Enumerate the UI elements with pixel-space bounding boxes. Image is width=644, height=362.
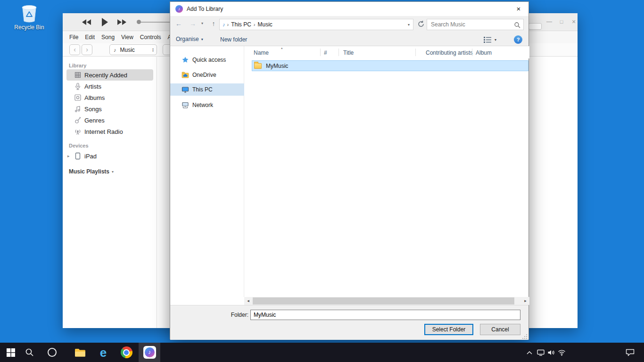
menu-item-song[interactable]: Song [101,34,115,41]
scroll-left-button[interactable]: ◂ [244,297,252,305]
menu-item-view[interactable]: View [121,34,133,41]
expand-arrow-icon[interactable]: ▸ [67,154,70,158]
star-icon [182,56,189,64]
address-dropdown-icon[interactable]: ▾ [408,23,410,27]
scroll-right-button[interactable]: ▸ [521,297,529,305]
sidebar-item-label: Recently Added [84,72,127,79]
place-this-pc[interactable]: This PC [170,83,244,96]
address-bar[interactable]: ♪ › This PC › Music ▾ [219,19,413,30]
view-dropdown-icon[interactable]: ▾ [495,38,496,42]
sidebar-item-recently-added[interactable]: Recently Added [66,69,153,81]
column-header-contributing-artists[interactable]: Contributing artists [426,49,473,56]
dialog-close-button[interactable]: × [509,2,528,16]
sidebar-item-label: Genres [84,117,105,124]
file-explorer-button[interactable] [69,343,91,362]
sidebar-item-songs[interactable]: Songs [66,103,153,115]
menu-item-file[interactable]: File [69,34,78,41]
search-box[interactable] [427,19,524,30]
itunes-taskbar-button[interactable]: ♪ [139,343,160,362]
new-folder-button[interactable]: New folder [220,36,247,43]
sidebar-item-label: Artists [84,83,101,90]
show-hidden-icons-button[interactable] [523,343,536,362]
place-quick-access[interactable]: Quick access [170,54,244,66]
chevron-up-icon [527,351,532,354]
play-button[interactable] [101,17,108,27]
menu-item-edit[interactable]: Edit [85,34,95,41]
breadcrumb-music[interactable]: Music [256,21,275,28]
music-note-icon: ♪ [114,47,116,53]
sidebar-item-label: Albums [84,94,105,101]
search-icon[interactable] [514,22,520,28]
taskbar-search-button[interactable] [18,343,40,362]
menu-item-controls[interactable]: Controls [140,34,161,41]
forward-button[interactable]: → [188,20,198,27]
grid-icon [74,71,82,79]
column-header-name[interactable]: Name [254,49,269,56]
itunes-search-field-fragment[interactable] [528,23,542,30]
volume-slider-knob[interactable] [137,20,141,24]
tray-network-button[interactable] [556,343,567,362]
scrollbar-thumb[interactable] [253,297,514,304]
column-divider[interactable] [472,49,472,56]
column-header-number[interactable]: # [324,49,327,56]
itunes-back-button[interactable]: ‹ [69,44,80,55]
column-divider[interactable] [415,49,416,56]
itunes-maximize-button[interactable]: □ [556,13,567,31]
itunes-minimize-button[interactable]: — [544,13,554,31]
cancel-button[interactable]: Cancel [480,324,520,335]
sort-ascending-icon: ▴ [281,46,283,50]
chrome-icon [121,346,132,358]
column-header-title[interactable]: Title [343,49,354,56]
sidebar-item-internet-radio[interactable]: Internet Radio [66,126,153,137]
itunes-forward-button[interactable]: › [82,44,92,55]
cortana-button[interactable] [41,343,63,362]
wifi-icon [558,349,566,356]
internet-explorer-button[interactable]: e [92,343,114,362]
refresh-button[interactable] [417,20,425,28]
resize-grip[interactable] [522,334,528,339]
action-center-button[interactable] [619,343,640,362]
taskbar: e ♪ [0,343,644,362]
file-list: ▴ Name # Title Contributing artists Albu… [244,46,529,297]
horizontal-scrollbar[interactable]: ◂ ▸ [244,297,529,305]
change-view-button[interactable] [483,36,492,43]
media-picker[interactable]: ♪ Music ▴▾ [109,44,157,55]
itunes-sidebar: Library Recently Added Artists Albums So… [63,57,157,328]
folder-name-input[interactable] [250,310,520,320]
sidebar-item-genres[interactable]: Genres [66,115,153,126]
file-explorer-icon [74,348,86,357]
dialog-command-bar: Organise ▾ New folder ▾ ? [170,33,528,46]
recent-locations-dropdown[interactable]: ▾ [199,21,205,25]
internet-explorer-icon: e [100,346,107,359]
column-divider[interactable] [320,49,321,56]
speaker-icon [547,349,555,356]
devices-header: Devices [69,143,89,148]
sidebar-item-albums[interactable]: Albums [66,92,153,103]
organise-menu-button[interactable]: Organise ▾ [176,36,203,42]
select-folder-button[interactable]: Select Folder [424,324,473,335]
dialog-titlebar[interactable]: ♪ Add To Library × [170,2,528,16]
recycle-bin-icon[interactable]: Recycle Bin [13,4,46,31]
music-playlists-header[interactable]: Music Playlists ▾ [69,168,114,175]
file-row-mymusic[interactable]: MyMusic [252,60,528,71]
volume-slider[interactable] [139,22,171,23]
media-picker-value: Music [120,47,135,53]
search-icon [25,348,34,357]
help-button[interactable]: ? [514,35,522,44]
column-header-album[interactable]: Album [476,49,492,56]
place-network[interactable]: Network [170,99,244,111]
back-button[interactable]: ← [174,20,183,27]
tray-display-button[interactable] [536,343,546,362]
tray-volume-button[interactable] [546,343,556,362]
place-onedrive[interactable]: OneDrive [170,69,244,81]
breadcrumb-this-pc[interactable]: This PC [229,21,254,28]
up-button[interactable]: ↑ [210,20,217,27]
search-input[interactable] [427,19,523,30]
itunes-close-button[interactable]: × [569,13,579,31]
sidebar-item-ipad[interactable]: ▸ iPad [66,150,153,162]
chrome-button[interactable] [116,343,137,362]
sidebar-item-artists[interactable]: Artists [66,81,153,92]
column-divider[interactable] [339,49,339,56]
rewind-button[interactable] [81,19,91,25]
fast-forward-button[interactable] [117,19,127,25]
